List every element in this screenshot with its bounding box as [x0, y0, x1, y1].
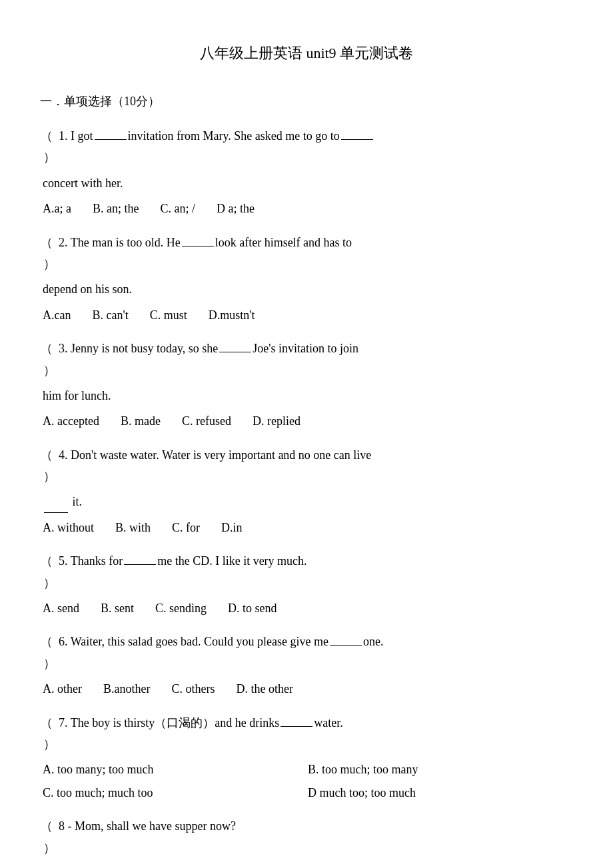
question-1-line: （ ） 1. I got invitation from Mary. She a…: [40, 125, 573, 169]
q8-paren: （ ）: [40, 815, 59, 859]
q8-text0: 8 - Mom, shall we have supper now?: [59, 815, 236, 837]
q4-paren: （ ）: [40, 444, 59, 488]
q5-options: A. send B. sent C. sending D. to send: [40, 598, 573, 619]
q7-paren: （ ）: [40, 712, 59, 755]
section1-header: 一．单项选择（10分）: [40, 91, 573, 112]
question-4: （ ） 4. Don't waste water. Water is very …: [40, 444, 573, 539]
q1-paren: （ ）: [40, 125, 59, 169]
q3-opt-c: C. refused: [182, 410, 231, 432]
q2-opt-a: A.can: [43, 304, 71, 326]
q1-continuation: concert with her.: [40, 173, 573, 194]
q2-blank1: [182, 234, 214, 246]
question-5: （ ） 5. Thanks for me the CD. I like it v…: [40, 550, 573, 619]
q7-text0: 7. The boy is thirsty（口渴的）and he drinks: [59, 712, 279, 733]
q1-text1: invitation from Mary. She asked me to go…: [128, 125, 340, 147]
q3-paren: （ ）: [40, 338, 59, 381]
q2-text0: 2. The man is too old. He: [59, 232, 181, 253]
q3-text0: 3. Jenny is not busy today, so she: [59, 338, 218, 359]
q5-blank1: [124, 553, 156, 565]
question-8-line: （ ） 8 - Mom, shall we have supper now?: [40, 815, 573, 859]
q3-options: A. accepted B. made C. refused D. replie…: [40, 410, 573, 432]
q6-opt-a: A. other: [43, 678, 82, 699]
q3-blank1: [219, 340, 251, 352]
q1-number: 1. I got: [59, 125, 93, 147]
question-3-line: （ ） 3. Jenny is not busy today, so she J…: [40, 338, 573, 381]
q5-opt-a: A. send: [43, 598, 79, 619]
q6-options: A. other B.another C. others D. the othe…: [40, 678, 573, 699]
q5-paren: （ ）: [40, 550, 59, 594]
q6-opt-b: B.another: [103, 678, 150, 699]
q1-opt-a: A.a; a: [43, 198, 71, 219]
q4-opt-d: D.in: [221, 517, 243, 538]
q6-text0: 6. Waiter, this salad goes bad. Could yo…: [59, 631, 328, 652]
q5-text1: me the CD. I like it very much.: [157, 550, 306, 572]
q5-opt-b: B. sent: [101, 598, 134, 619]
question-3: （ ） 3. Jenny is not busy today, so she J…: [40, 338, 573, 432]
q7-opt-b: B. too much; too many: [308, 759, 573, 780]
q7-opt-c: C. too much; much too: [43, 782, 308, 803]
q5-opt-d: D. to send: [228, 598, 277, 619]
q2-paren: （ ）: [40, 232, 59, 275]
q6-paren: （ ）: [40, 631, 59, 674]
q2-options: A.can B. can't C. must D.mustn't: [40, 304, 573, 326]
q6-text1: one.: [363, 631, 384, 652]
q7-opt-d: D much too; too much: [308, 782, 573, 803]
q2-opt-b: B. can't: [92, 304, 128, 326]
q4-text0: 4. Don't waste water. Water is very impo…: [59, 444, 371, 466]
q4-opt-c: C. for: [172, 517, 200, 538]
q4-opt-b: B. with: [115, 517, 151, 538]
q6-blank1: [330, 634, 362, 646]
q3-opt-b: B. made: [121, 410, 161, 432]
q5-opt-c: C. sending: [155, 598, 207, 619]
q7-text1: water.: [314, 712, 342, 733]
q5-text0: 5. Thanks for: [59, 550, 123, 572]
q1-options: A.a; a B. an; the C. an; / D a; the: [40, 198, 573, 219]
q3-continuation: him for lunch.: [40, 385, 573, 406]
q2-opt-d: D.mustn't: [209, 304, 255, 326]
q2-opt-c: C. must: [150, 304, 187, 326]
question-6: （ ） 6. Waiter, this salad goes bad. Coul…: [40, 631, 573, 699]
q3-opt-d: D. replied: [253, 410, 301, 432]
question-7-line: （ ） 7. The boy is thirsty（口渴的）and he dri…: [40, 712, 573, 755]
q7-opt-a: A. too many; too much: [43, 759, 308, 780]
q2-continuation: depend on his son.: [40, 278, 573, 300]
question-1: （ ） 1. I got invitation from Mary. She a…: [40, 125, 573, 220]
q6-opt-d: D. the other: [236, 678, 293, 699]
question-5-line: （ ） 5. Thanks for me the CD. I like it v…: [40, 550, 573, 594]
q7-options: A. too many; too much B. too much; too m…: [40, 759, 573, 803]
q4-options: A. without B. with C. for D.in: [40, 517, 573, 538]
page-title: 八年级上册英语 unit9 单元测试卷: [40, 40, 573, 67]
q4-opt-a: A. without: [43, 517, 94, 538]
q1-opt-d: D a; the: [217, 198, 255, 219]
q4-blank1: [44, 501, 68, 513]
questions-container: （ ） 1. I got invitation from Mary. She a…: [40, 125, 573, 859]
q7-blank1: [281, 715, 312, 727]
q1-blank1: [95, 128, 127, 140]
q6-opt-c: C. others: [171, 678, 215, 699]
q1-blank2: [341, 128, 373, 140]
q3-text1: Joe's invitation to join: [253, 338, 358, 359]
question-4-line: （ ） 4. Don't waste water. Water is very …: [40, 444, 573, 488]
question-2-line: （ ） 2. The man is too old. He look after…: [40, 232, 573, 275]
question-7: （ ） 7. The boy is thirsty（口渴的）and he dri…: [40, 712, 573, 804]
q3-opt-a: A. accepted: [43, 410, 99, 432]
q1-opt-c: C. an; /: [160, 198, 195, 219]
q4-continuation: it.: [40, 491, 573, 512]
question-2: （ ） 2. The man is too old. He look after…: [40, 232, 573, 326]
q1-opt-b: B. an; the: [93, 198, 139, 219]
question-8: （ ） 8 - Mom, shall we have supper now?: [40, 815, 573, 859]
q2-text1: look after himself and has to: [215, 232, 352, 253]
question-6-line: （ ） 6. Waiter, this salad goes bad. Coul…: [40, 631, 573, 674]
